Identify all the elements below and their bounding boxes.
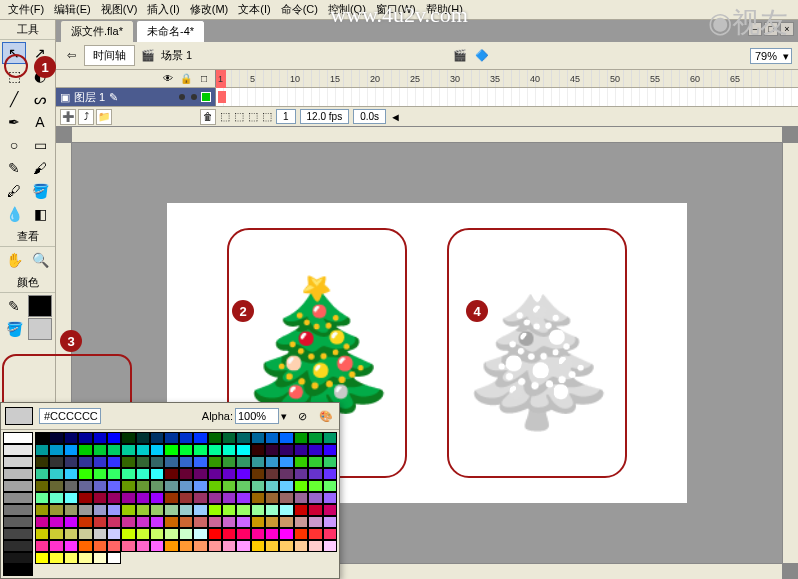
- color-swatch[interactable]: [222, 468, 236, 480]
- alpha-input[interactable]: [235, 408, 279, 424]
- color-swatch[interactable]: [107, 444, 121, 456]
- color-swatch[interactable]: [64, 492, 78, 504]
- color-swatch[interactable]: [222, 504, 236, 516]
- color-swatch[interactable]: [308, 540, 322, 552]
- color-swatch[interactable]: [251, 516, 265, 528]
- color-swatch[interactable]: [35, 492, 49, 504]
- color-swatch[interactable]: [164, 492, 178, 504]
- color-swatch[interactable]: [107, 552, 121, 564]
- color-swatch[interactable]: [49, 504, 63, 516]
- color-swatch[interactable]: [222, 516, 236, 528]
- color-swatch[interactable]: [236, 504, 250, 516]
- color-swatch[interactable]: [93, 468, 107, 480]
- color-swatch[interactable]: [294, 432, 308, 444]
- color-swatch[interactable]: [193, 456, 207, 468]
- color-swatch[interactable]: [49, 480, 63, 492]
- color-swatch[interactable]: [164, 516, 178, 528]
- color-swatch[interactable]: [35, 432, 49, 444]
- color-swatch[interactable]: [236, 492, 250, 504]
- gray-swatch[interactable]: [3, 480, 33, 492]
- color-swatch[interactable]: [308, 528, 322, 540]
- color-swatch[interactable]: [93, 456, 107, 468]
- color-swatch[interactable]: [208, 480, 222, 492]
- color-swatch[interactable]: [193, 540, 207, 552]
- color-swatch[interactable]: [193, 480, 207, 492]
- color-swatch[interactable]: [64, 444, 78, 456]
- color-swatch[interactable]: [323, 456, 337, 468]
- color-swatch[interactable]: [323, 480, 337, 492]
- color-swatch[interactable]: [78, 468, 92, 480]
- color-swatch[interactable]: [78, 444, 92, 456]
- color-swatch[interactable]: [251, 504, 265, 516]
- menu-control[interactable]: 控制(Q): [324, 0, 370, 19]
- outline-column-icon[interactable]: □: [197, 72, 211, 86]
- back-icon[interactable]: ⇦: [62, 47, 80, 65]
- color-swatch[interactable]: [64, 456, 78, 468]
- color-swatch[interactable]: [265, 492, 279, 504]
- color-swatch[interactable]: [121, 492, 135, 504]
- color-swatch[interactable]: [193, 444, 207, 456]
- gray-swatch[interactable]: [3, 540, 33, 552]
- color-swatch[interactable]: [93, 540, 107, 552]
- new-layer-icon[interactable]: ➕: [60, 109, 76, 125]
- menu-text[interactable]: 文本(I): [234, 0, 274, 19]
- gray-swatch[interactable]: [3, 456, 33, 468]
- color-swatch[interactable]: [308, 456, 322, 468]
- color-swatch[interactable]: [236, 480, 250, 492]
- rectangle-tool[interactable]: ▭: [28, 134, 52, 156]
- color-swatch[interactable]: [265, 540, 279, 552]
- color-swatch[interactable]: [136, 504, 150, 516]
- color-swatch[interactable]: [265, 516, 279, 528]
- grayscale-column[interactable]: [3, 432, 33, 576]
- color-swatch[interactable]: [107, 492, 121, 504]
- color-swatch-grid[interactable]: [35, 432, 337, 576]
- color-swatch[interactable]: [150, 492, 164, 504]
- color-swatch[interactable]: [150, 504, 164, 516]
- color-swatch[interactable]: [107, 528, 121, 540]
- brush-tool[interactable]: 🖌: [28, 157, 52, 179]
- color-swatch[interactable]: [208, 504, 222, 516]
- color-swatch[interactable]: [279, 504, 293, 516]
- color-swatch[interactable]: [136, 492, 150, 504]
- color-swatch[interactable]: [323, 516, 337, 528]
- scrollbar-vertical[interactable]: [782, 143, 798, 563]
- modify-onion-icon[interactable]: ⬚: [262, 110, 272, 123]
- color-swatch[interactable]: [150, 528, 164, 540]
- color-swatch[interactable]: [308, 480, 322, 492]
- eraser-tool[interactable]: ◧: [28, 203, 52, 225]
- color-swatch[interactable]: [93, 480, 107, 492]
- color-swatch[interactable]: [208, 432, 222, 444]
- color-swatch[interactable]: [136, 540, 150, 552]
- gray-swatch[interactable]: [3, 528, 33, 540]
- color-swatch[interactable]: [193, 432, 207, 444]
- color-swatch[interactable]: [236, 540, 250, 552]
- color-swatch[interactable]: [323, 468, 337, 480]
- color-swatch[interactable]: [279, 528, 293, 540]
- color-swatch[interactable]: [78, 528, 92, 540]
- color-swatch[interactable]: [35, 468, 49, 480]
- color-swatch[interactable]: [136, 480, 150, 492]
- color-swatch[interactable]: [107, 516, 121, 528]
- color-swatch[interactable]: [121, 468, 135, 480]
- color-swatch[interactable]: [121, 540, 135, 552]
- color-swatch[interactable]: [136, 516, 150, 528]
- color-swatch[interactable]: [179, 480, 193, 492]
- pen-tool[interactable]: ✒: [2, 111, 26, 133]
- color-swatch[interactable]: [49, 492, 63, 504]
- color-swatch[interactable]: [265, 480, 279, 492]
- gray-swatch[interactable]: [3, 444, 33, 456]
- line-tool[interactable]: ╱: [2, 88, 26, 110]
- color-swatch[interactable]: [222, 528, 236, 540]
- color-swatch[interactable]: [64, 528, 78, 540]
- selection-tool[interactable]: ↖: [2, 42, 26, 64]
- color-swatch[interactable]: [208, 444, 222, 456]
- new-folder-icon[interactable]: 📁: [96, 109, 112, 125]
- color-swatch[interactable]: [64, 552, 78, 564]
- menu-help[interactable]: 帮助(H): [422, 0, 467, 19]
- gray-swatch[interactable]: [3, 504, 33, 516]
- hex-input[interactable]: #CCCCCC: [39, 408, 101, 424]
- color-swatch[interactable]: [251, 540, 265, 552]
- color-swatch[interactable]: [164, 540, 178, 552]
- color-swatch[interactable]: [236, 468, 250, 480]
- color-swatch[interactable]: [93, 516, 107, 528]
